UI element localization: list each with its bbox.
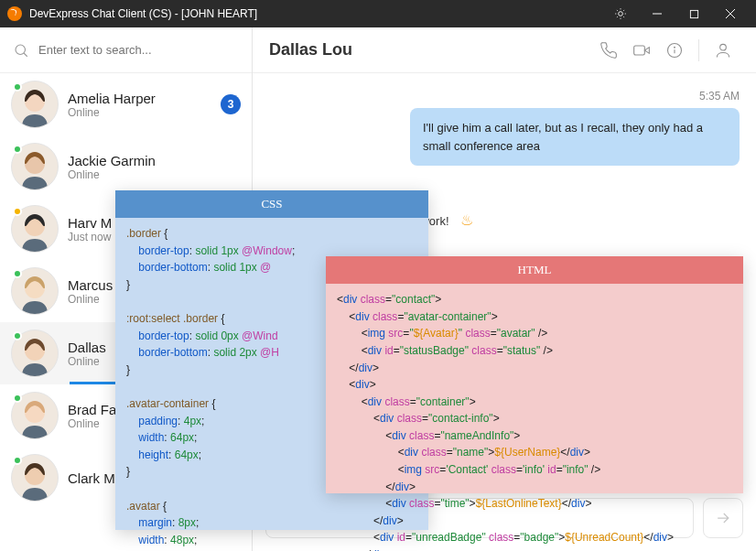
unread-badge: 3 — [221, 94, 241, 114]
status-dot — [13, 82, 22, 92]
maximize-button[interactable] — [675, 0, 712, 27]
svg-rect-14 — [634, 46, 645, 55]
svg-point-18 — [720, 44, 727, 50]
window-title: DevExpress Chat Client (CS) - [JOHN HEAR… — [29, 7, 257, 20]
avatar — [11, 205, 59, 253]
contact-row[interactable]: Amelia HarperOnline3 — [0, 73, 252, 135]
avatar — [11, 330, 59, 377]
svg-point-17 — [675, 47, 675, 48]
css-overlay-title: CSS — [115, 190, 428, 218]
app-icon — [7, 6, 22, 21]
avatar — [11, 81, 59, 128]
minimize-button[interactable] — [639, 0, 675, 27]
avatar — [11, 267, 59, 315]
titlebar: DevExpress Chat Client (CS) - [JOHN HEAR… — [0, 0, 756, 27]
avatar — [11, 143, 59, 190]
status-dot — [13, 394, 22, 403]
search-icon — [13, 42, 29, 59]
svg-point-5 — [16, 45, 26, 55]
call-icon[interactable] — [592, 34, 625, 67]
avatar — [11, 392, 59, 439]
chat-title: Dallas Lou — [269, 40, 592, 59]
search-input[interactable] — [38, 43, 239, 57]
contact-name: Jackie Garmin — [68, 153, 241, 168]
message-time: 5:35 AM — [269, 90, 740, 103]
contact-sub: Online — [68, 106, 211, 119]
contact-name: Amelia Harper — [68, 91, 211, 106]
info-icon[interactable] — [658, 34, 691, 67]
chat-header: Dallas Lou — [253, 27, 756, 73]
status-dot — [13, 145, 22, 154]
contact-icon[interactable] — [707, 34, 740, 67]
contact-row[interactable]: Jackie GarminOnline — [0, 135, 252, 198]
divider — [698, 39, 699, 61]
svg-rect-2 — [690, 10, 697, 17]
close-button[interactable] — [712, 0, 749, 27]
html-code: <div class="contact"> <div class="avatar… — [326, 284, 743, 551]
svg-point-0 — [619, 12, 623, 16]
avatar — [11, 454, 59, 502]
theme-toggle-icon[interactable] — [602, 0, 639, 27]
main: Amelia HarperOnline3Jackie GarminOnlineH… — [0, 27, 756, 551]
contact-sub: Online — [68, 168, 241, 181]
search-row — [0, 27, 252, 73]
status-dot — [13, 269, 22, 278]
message-bubble: I'll give him a call later, but as I rec… — [410, 108, 740, 166]
status-dot — [13, 331, 22, 340]
status-dot — [13, 456, 22, 465]
html-overlay: HTML <div class="contact"> <div class="a… — [326, 256, 743, 493]
html-overlay-title: HTML — [326, 256, 743, 284]
fire-icon: ♨ — [460, 211, 473, 229]
status-dot — [13, 207, 22, 216]
video-icon[interactable] — [625, 34, 658, 67]
svg-line-6 — [24, 53, 27, 57]
